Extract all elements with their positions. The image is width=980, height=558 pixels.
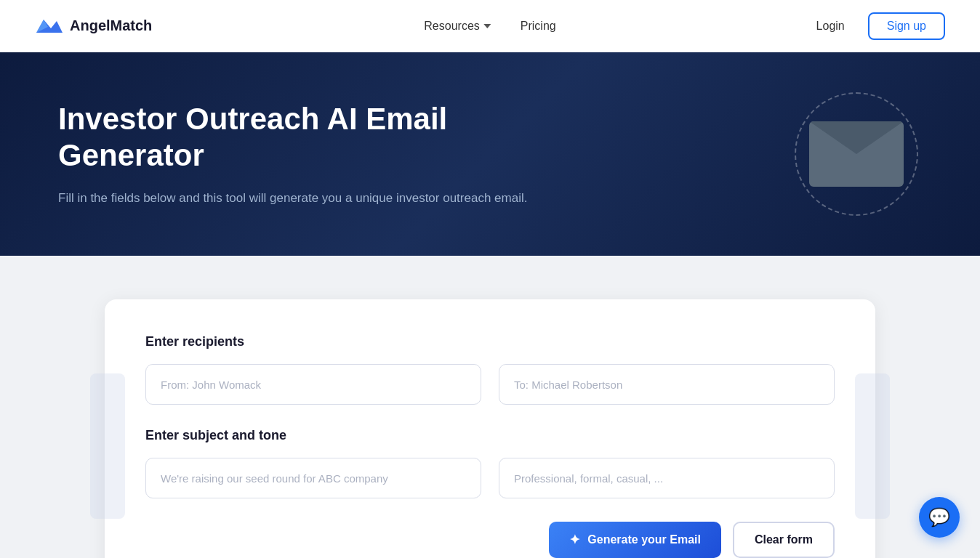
envelope-flap xyxy=(809,121,904,154)
subject-label: Enter subject and tone xyxy=(145,428,835,443)
recipients-label: Enter recipients xyxy=(145,334,835,349)
nav-item-pricing[interactable]: Pricing xyxy=(521,20,556,33)
clear-form-button[interactable]: Clear form xyxy=(733,522,835,558)
logo-text: AngelMatch xyxy=(70,17,152,34)
nav-right: Login Sign up xyxy=(805,12,945,40)
form-card: Enter recipients Enter subject and tone … xyxy=(105,299,875,558)
subject-row xyxy=(145,458,835,498)
subject-input[interactable] xyxy=(145,458,481,498)
nav-center: Resources Pricing xyxy=(424,20,555,33)
hero-section: Investor Outreach AI Email Generator Fil… xyxy=(0,52,980,256)
form-actions: ✦ Generate your Email Clear form xyxy=(145,522,835,558)
login-button[interactable]: Login xyxy=(805,14,856,39)
recipients-row xyxy=(145,364,835,405)
angelmatch-logo-icon xyxy=(35,15,64,37)
envelope-illustration xyxy=(791,96,922,212)
main-content: Enter recipients Enter subject and tone … xyxy=(0,256,980,558)
envelope-box xyxy=(809,121,904,187)
to-input[interactable] xyxy=(499,364,835,405)
tone-input[interactable] xyxy=(499,458,835,498)
chat-button[interactable]: 💬 xyxy=(919,497,960,538)
generate-button[interactable]: ✦ Generate your Email xyxy=(549,522,721,558)
logo-area: AngelMatch xyxy=(35,15,152,37)
hero-subtitle: Fill in the fields below and this tool w… xyxy=(58,189,567,208)
from-input[interactable] xyxy=(145,364,481,405)
navbar: AngelMatch Resources Pricing Login Sign … xyxy=(0,0,980,52)
chevron-down-icon xyxy=(484,24,491,28)
sparkle-icon: ✦ xyxy=(569,532,580,548)
chat-icon: 💬 xyxy=(928,507,950,527)
hero-title: Investor Outreach AI Email Generator xyxy=(58,101,567,174)
hero-content: Investor Outreach AI Email Generator Fil… xyxy=(58,101,567,207)
nav-item-resources[interactable]: Resources xyxy=(424,20,491,33)
signup-button[interactable]: Sign up xyxy=(868,12,945,40)
